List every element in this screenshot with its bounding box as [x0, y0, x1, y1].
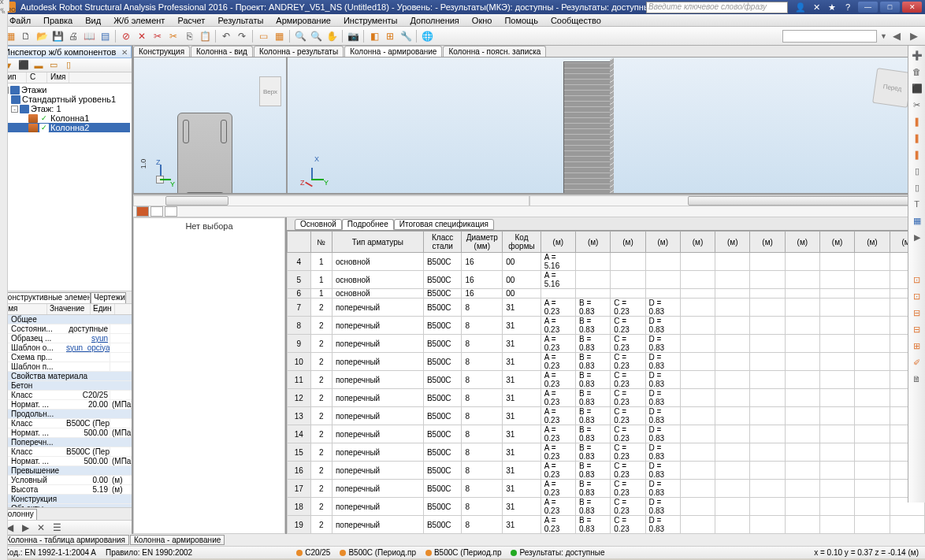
panel-collapse-handle[interactable]: x« [0, 0, 8, 560]
new-icon[interactable]: 🗋 [19, 29, 33, 43]
table-row[interactable]: 61основнойB500C1600 [288, 289, 925, 299]
web-icon[interactable]: 🌐 [420, 29, 434, 43]
exchange-icon[interactable]: ✕ [810, 2, 823, 13]
tab-col-note[interactable]: Колонна - поясн. записка [443, 46, 546, 57]
menu-window[interactable]: Окно [466, 16, 499, 25]
rt-plus-icon[interactable]: ➕ [910, 48, 924, 62]
open-icon[interactable]: 📂 [35, 29, 49, 43]
rt-bar2-icon[interactable]: ❚ [910, 131, 924, 145]
layout-selector[interactable] [782, 30, 877, 43]
panel-collapse-handle-2[interactable]: x « [0, 0, 9, 11]
bottom-tab-table[interactable]: Колонна - таблица армирования [2, 535, 129, 545]
viewport-section[interactable]: 1.0 0.0 0.0 5.0 Верх ZY [133, 57, 287, 194]
window-icon[interactable]: ▭ [256, 29, 270, 43]
tree-level[interactable]: Стандартный уровень1 [2, 95, 130, 104]
tab-spec[interactable]: Итоговая спецификация [394, 219, 494, 230]
btb-del-icon[interactable]: ✕ [34, 521, 48, 535]
viewport-3d[interactable]: Перед X Y Z [287, 57, 925, 194]
vm-2-icon[interactable] [150, 206, 163, 217]
tab-constructive[interactable]: Конструктивные элементы [0, 292, 91, 303]
copy-icon[interactable]: ⎘ [182, 29, 196, 43]
screenshot-icon[interactable]: 📷 [346, 29, 360, 43]
rt-rebar5-icon[interactable]: ⊞ [910, 339, 924, 353]
insp-wall-icon[interactable]: ▯ [62, 59, 75, 71]
table-row[interactable]: 82поперечныйB500C831A = 0.23B = 0.83C = … [288, 317, 925, 335]
rt-text-icon[interactable]: T [910, 197, 924, 211]
table-row[interactable]: 162поперечныйB500C831A = 0.23B = 0.83C =… [288, 462, 925, 480]
cut2-icon[interactable]: ✂ [166, 29, 180, 43]
minimize-button[interactable]: — [858, 2, 878, 13]
print-icon[interactable]: 🖨 [66, 29, 80, 43]
rt-rebar2-icon[interactable]: ⊡ [910, 289, 924, 303]
table-row[interactable]: 92поперечныйB500C831A = 0.23B = 0.83C = … [288, 335, 925, 353]
rt-rebar1-icon[interactable]: ⊡ [910, 273, 924, 287]
rt-rebar4-icon[interactable]: ⊟ [910, 322, 924, 336]
wire-icon[interactable]: ⊞ [383, 29, 397, 43]
table-row[interactable]: 122поперечныйB500C831A = 0.23B = 0.83C =… [288, 389, 925, 407]
table-row[interactable]: 102поперечныйB500C831A = 0.23B = 0.83C =… [288, 353, 925, 371]
view-cube[interactable]: Перед [872, 68, 912, 108]
btb-fwd-icon[interactable]: ▶ [18, 521, 32, 535]
preview-icon[interactable]: 📖 [82, 29, 96, 43]
tab-col-results[interactable]: Колонна - результаты [254, 46, 344, 57]
maximize-button[interactable]: □ [880, 2, 900, 13]
help-icon[interactable]: ? [841, 2, 854, 13]
table-row[interactable]: 172поперечныйB500C831A = 0.23B = 0.83C =… [288, 480, 925, 498]
menu-addins[interactable]: Дополнения [404, 16, 466, 25]
nav-fwd-icon[interactable]: ▶ [906, 29, 922, 43]
rt-run-icon[interactable]: ▶ [910, 230, 924, 244]
tree-floor[interactable]: -Этаж: 1 [2, 104, 130, 113]
iso-icon[interactable]: ◧ [367, 29, 381, 43]
rt-doc-icon[interactable]: 🗎 [910, 372, 924, 386]
calc-icon[interactable]: ▦ [272, 29, 286, 43]
rt-delete-icon[interactable]: 🗑 [910, 65, 924, 79]
vm-1-icon[interactable] [136, 206, 149, 217]
table-row[interactable]: 132поперечныйB500C831A = 0.23B = 0.83C =… [288, 407, 925, 425]
pan-icon[interactable]: ✋ [325, 29, 339, 43]
tree-column1[interactable]: ✓Колонна1 [2, 113, 130, 123]
menu-file[interactable]: Файл [3, 16, 37, 25]
search-input[interactable]: Введите ключевое слово/фразу [646, 2, 788, 13]
btb-list-icon[interactable]: ☰ [50, 521, 64, 535]
tab-col-view[interactable]: Колонна - вид [191, 46, 253, 57]
insp-slab-icon[interactable]: ▭ [47, 59, 60, 71]
rt-sect-icon[interactable]: ⬛ [910, 81, 924, 95]
table-row[interactable]: 152поперечныйB500C831A = 0.23B = 0.83C =… [288, 443, 925, 462]
zoom-icon[interactable]: 🔍 [293, 29, 307, 43]
table-row[interactable]: 72поперечныйB500C831A = 0.23B = 0.83C = … [288, 299, 925, 317]
viewport-scrollbar[interactable] [133, 195, 925, 206]
favorite-icon[interactable]: ★ [826, 2, 838, 13]
table-row[interactable]: 142поперечныйB500C831A = 0.23B = 0.83C =… [288, 425, 925, 443]
table-row[interactable]: 41основнойB500C1600A = 5.16 [288, 253, 925, 271]
insp-col-icon[interactable]: ⬛ [17, 59, 30, 71]
rt-rebar3-icon[interactable]: ⊟ [910, 306, 924, 320]
signin-icon[interactable]: 👤 [794, 2, 807, 13]
menu-tools[interactable]: Инструменты [337, 16, 404, 25]
menu-view[interactable]: Вид [79, 16, 107, 25]
inspector-close-icon[interactable]: ✕ [121, 48, 128, 57]
zoom-out-icon[interactable]: 🔍 [309, 29, 323, 43]
undo-icon[interactable]: ↶ [219, 29, 233, 43]
page-icon[interactable]: ▤ [98, 29, 112, 43]
table-row[interactable]: 51основнойB500C1600A = 5.16 [288, 271, 925, 289]
rt-calc-icon[interactable]: ▦ [910, 213, 924, 228]
bottom-tab-reinf[interactable]: Колонна - армирование [130, 535, 225, 545]
vm-3-icon[interactable] [165, 206, 177, 217]
table-row[interactable]: 192поперечныйB500C831A = 0.23B = 0.83C =… [288, 516, 925, 534]
tab-col-reinforcement[interactable]: Колонна - армирование [344, 46, 442, 57]
component-tree[interactable]: -Этажи Стандартный уровень1 -Этаж: 1 ✓Ко… [0, 83, 132, 291]
close-button[interactable]: ✕ [902, 2, 922, 13]
menu-results[interactable]: Результаты [211, 16, 269, 25]
rt-rebar6-icon[interactable]: ✐ [910, 355, 924, 369]
redo-icon[interactable]: ↷ [235, 29, 249, 43]
tab-construction[interactable]: Конструкция [133, 46, 190, 57]
menu-edit[interactable]: Правка [37, 16, 79, 25]
menu-calc[interactable]: Расчет [171, 16, 211, 25]
nav-back-icon[interactable]: ◀ [889, 29, 905, 43]
rt-bar-icon[interactable]: ❚ [910, 114, 924, 128]
table-row[interactable]: 182поперечныйB500C831A = 0.23B = 0.83C =… [288, 498, 925, 516]
save-icon[interactable]: 💾 [50, 29, 65, 43]
tree-root[interactable]: -Этажи [2, 85, 130, 95]
rt-bar3-icon[interactable]: ❚ [910, 147, 924, 161]
insp-beam-icon[interactable]: ▬ [32, 59, 45, 71]
